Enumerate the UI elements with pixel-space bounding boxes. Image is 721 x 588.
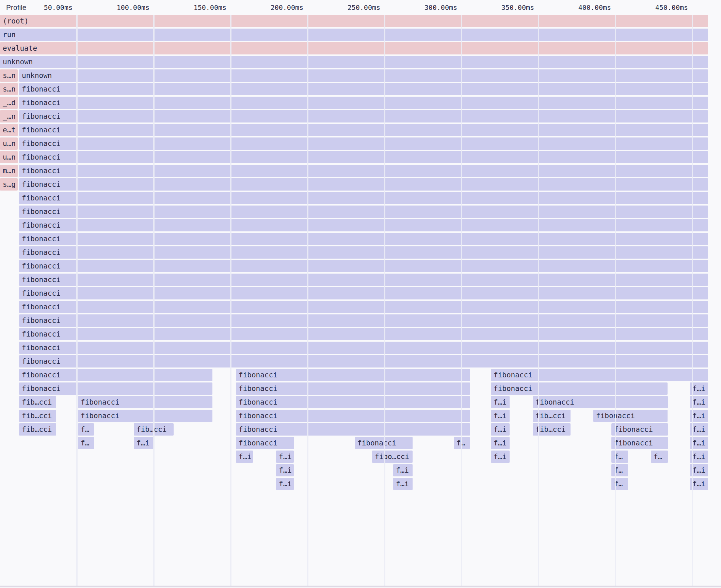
flame-frame[interactable]: f…i [393, 464, 413, 476]
flame-frame[interactable]: fibonacci [19, 97, 708, 109]
flame-frame[interactable]: s…g [0, 178, 18, 191]
time-tick-label: 200.00ms [271, 0, 303, 15]
flame-frame[interactable]: fibonacci [593, 410, 668, 422]
flame-frame[interactable]: _…n [0, 110, 18, 122]
flame-frame[interactable]: fib…cci [134, 423, 174, 436]
flame-frame[interactable]: fibonacci [533, 396, 668, 408]
flame-frame[interactable]: fibonacci [611, 423, 668, 436]
flame-frame[interactable]: fibonacci [19, 287, 708, 299]
flame-frame[interactable]: fib…cci [19, 396, 56, 408]
flame-frame[interactable]: fibonacci [355, 437, 413, 449]
flame-frame[interactable]: fib…cci [533, 410, 571, 422]
flame-frame[interactable]: f…i [134, 437, 154, 449]
flame-frame[interactable]: fib…cci [533, 423, 571, 436]
time-tick-label: 450.00ms [655, 0, 688, 15]
flame-frame[interactable]: fibonacci [19, 137, 708, 150]
flame-frame[interactable]: f…i [491, 451, 510, 463]
flame-frame[interactable]: f…i [690, 437, 708, 449]
flame-frame[interactable]: f…i [276, 451, 294, 463]
flame-frame[interactable]: fibonacci [236, 382, 470, 395]
flame-frame[interactable]: f… [78, 437, 94, 449]
flame-frame[interactable]: fib…cci [19, 423, 56, 436]
flame-frame[interactable]: f…i [690, 464, 708, 476]
flame-frame[interactable]: u…n [0, 151, 18, 163]
flame-frame[interactable]: fibonacci [19, 219, 708, 231]
flame-frame[interactable]: fibonacci [19, 246, 708, 259]
flame-frame[interactable]: fibonacci [19, 301, 708, 313]
flame-frame[interactable]: f…i [690, 478, 708, 490]
flame-frame[interactable]: f… [611, 451, 628, 463]
flame-frame[interactable]: f…i [690, 410, 708, 422]
time-tick-label: 150.00ms [194, 0, 226, 15]
flame-frame[interactable]: fibonacci [19, 274, 708, 286]
flame-frame[interactable]: fibonacci [19, 355, 708, 368]
flame-frame[interactable]: f…i [491, 396, 510, 408]
time-tick-label: 400.00ms [578, 0, 611, 15]
flame-frame[interactable]: fibonacci [19, 83, 708, 95]
flame-frame[interactable]: fibonacci [236, 396, 470, 408]
flame-frame[interactable]: fibonacci [19, 382, 212, 395]
flame-frame[interactable]: run [0, 29, 708, 41]
flame-frame[interactable]: fibonacci [19, 124, 708, 136]
flame-frame[interactable]: f…i [690, 423, 708, 436]
flame-frame[interactable]: f… [611, 464, 628, 476]
flame-frame[interactable]: fibonacci [236, 369, 470, 381]
flame-frame[interactable]: fibonacci [19, 192, 708, 204]
flame-frame[interactable]: s…n [0, 69, 18, 82]
flame-frame[interactable]: f…i [236, 451, 253, 463]
flame-frame[interactable]: f…i [276, 478, 294, 490]
flame-frame[interactable]: f… [78, 423, 94, 436]
flame-frame[interactable]: fibonacci [19, 342, 708, 354]
flame-frame[interactable]: f…i [690, 451, 708, 463]
flame-frame[interactable]: unknown [0, 56, 708, 68]
flame-frame[interactable]: fibonacci [236, 423, 470, 436]
flame-frame[interactable]: fibonacci [19, 233, 708, 245]
flame-frame[interactable]: e…t [0, 124, 18, 136]
flame-frame[interactable]: fibonacci [19, 328, 708, 340]
flame-frame[interactable]: (root) [0, 15, 708, 27]
flame-frame[interactable]: s…n [0, 83, 18, 95]
flame-frame[interactable]: fibonacci [236, 410, 470, 422]
flame-frame[interactable]: fibonacci [19, 110, 708, 122]
time-tick-label: 50.00ms [44, 0, 73, 15]
flame-frame[interactable]: fibonacci [19, 151, 708, 163]
flame-frame[interactable]: fibonacci [19, 314, 708, 327]
flame-frame[interactable]: f…i [276, 464, 294, 476]
flame-frame[interactable]: fibonacci [78, 410, 212, 422]
time-tick-label: 300.00ms [424, 0, 457, 15]
flame-frame[interactable]: fib…cci [19, 410, 56, 422]
flame-frame[interactable]: fibonacci [19, 178, 708, 191]
flame-frame[interactable]: f…i [491, 410, 510, 422]
chart-header: Profile 50.00ms100.00ms150.00ms200.00ms2… [0, 0, 721, 15]
flame-frame[interactable]: unknown [19, 69, 708, 82]
flame-frame[interactable]: fibo…cci [372, 451, 413, 463]
flame-frame[interactable]: fibonacci [236, 437, 294, 449]
flame-frame[interactable]: f…i [393, 478, 413, 490]
flame-frame[interactable]: fibonacci [19, 206, 708, 218]
flame-frame[interactable]: fibonacci [19, 260, 708, 272]
flame-frame[interactable]: f…i [491, 423, 510, 436]
scrollbar-track [0, 587, 721, 588]
flame-frame[interactable]: fibonacci [78, 396, 212, 408]
flame-frame[interactable]: fibonacci [491, 369, 708, 381]
flame-chart[interactable]: Profile 50.00ms100.00ms150.00ms200.00ms2… [0, 0, 721, 588]
time-tick-label: 250.00ms [348, 0, 380, 15]
flame-frame[interactable]: f… [611, 478, 628, 490]
flame-frame[interactable]: fibonacci [19, 369, 212, 381]
flame-frame[interactable]: f…i [690, 382, 708, 395]
flame-frame[interactable]: m…n [0, 165, 18, 177]
time-tick-label: 350.00ms [501, 0, 534, 15]
flame-frame[interactable]: u…n [0, 137, 18, 150]
flame-frame[interactable]: evaluate [0, 42, 708, 54]
flame-frame[interactable]: f…i [690, 396, 708, 408]
time-tick-label: 100.00ms [117, 0, 149, 15]
flame-frame[interactable]: f… [454, 437, 470, 449]
profile-title: Profile [6, 0, 27, 15]
flame-frame[interactable]: f… [651, 451, 668, 463]
flame-frame[interactable]: f…i [491, 437, 510, 449]
flame-frame[interactable]: _…d [0, 97, 18, 109]
flame-frame[interactable]: fibonacci [19, 165, 708, 177]
flame-frame[interactable]: fibonacci [611, 437, 668, 449]
flame-frame[interactable]: fibonacci [491, 382, 668, 395]
